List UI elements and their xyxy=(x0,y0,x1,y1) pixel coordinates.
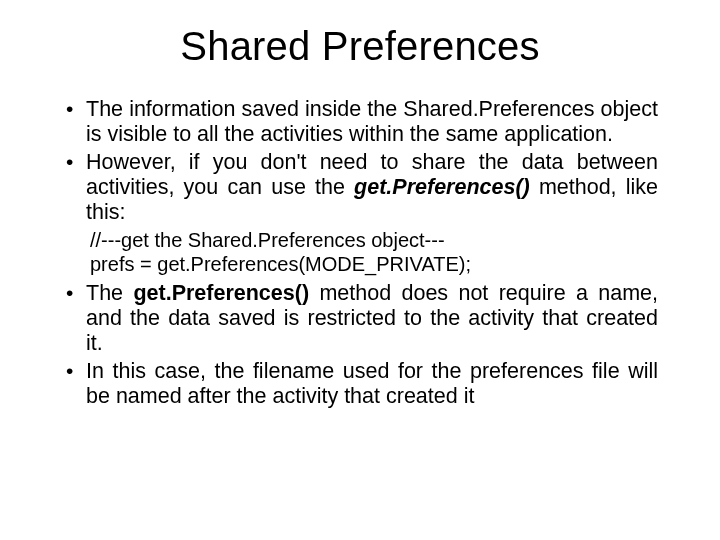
bullet-text: In this case, the filename used for the … xyxy=(86,359,658,408)
bullet-list-2: The get.Preferences() method does not re… xyxy=(62,281,658,410)
bullet-text-pre: The xyxy=(86,281,133,305)
code-line-2: prefs = get.Preferences(MODE_PRIVATE); xyxy=(90,252,658,276)
code-line-1: //---get the Shared.Preferences object--… xyxy=(90,228,658,252)
code-block: //---get the Shared.Preferences object--… xyxy=(90,228,658,277)
bullet-item-1: The information saved inside the Shared.… xyxy=(62,97,658,148)
bullet-text: The information saved inside the Shared.… xyxy=(86,97,658,146)
bullet-item-2: However, if you don't need to share the … xyxy=(62,150,658,226)
slide-title: Shared Preferences xyxy=(62,24,658,69)
bullet-list: The information saved inside the Shared.… xyxy=(62,97,658,226)
bullet-item-4: In this case, the filename used for the … xyxy=(62,359,658,410)
bullet-item-3: The get.Preferences() method does not re… xyxy=(62,281,658,357)
method-name: get.Preferences() xyxy=(133,281,309,305)
method-name: get.Preferences() xyxy=(354,175,530,199)
slide: Shared Preferences The information saved… xyxy=(0,0,720,540)
